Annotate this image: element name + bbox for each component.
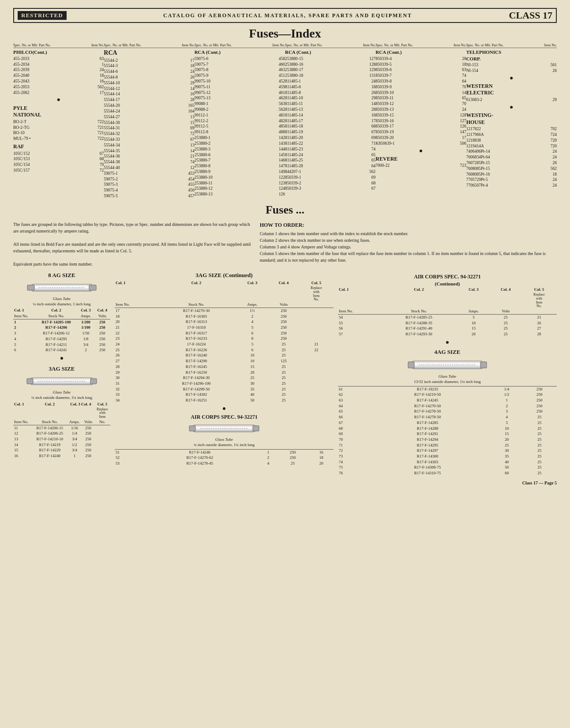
dot-3: ● (466, 74, 557, 82)
header-bar: RESTRICTED CATALOG OF AERONAUTICAL MATER… (13, 8, 557, 23)
how-to-para-3: Columns 3 and 4 show Ampere and Voltage … (260, 244, 557, 250)
header-title: CATALOG OF AERONAUTICAL MATERIALS, SPARE… (67, 12, 509, 19)
fuses-title: Fuses ... (13, 203, 557, 217)
fuses-para-1: The fuses are grouped in the following t… (13, 221, 251, 234)
index-section: Spec. No. or Mfr. Part No. Item No. PHIL… (13, 43, 557, 199)
svg-rect-13 (408, 362, 414, 368)
svg-rect-6 (90, 379, 97, 384)
index-col-2: Spec. No. or Mfr. Part No. Item No. RCA … (104, 43, 194, 199)
mfr-philco: PHILCO(Cont.) (13, 49, 104, 55)
table-8ag: Col. 1 Col. 2 Col. 3 Col. 4 Item No. Sto… (13, 308, 110, 353)
dot-4: ● (466, 103, 557, 111)
size-4ag-desc: 13/32 inch outside diameter, 1¼ inch lon… (338, 379, 557, 384)
fuses-para-2: All items listed in Bold Face are standa… (13, 241, 251, 254)
mfr-rca: RCA (104, 49, 194, 57)
size-ac-desc: ¼ inch outside diameter, 1¼ inch long (115, 443, 334, 447)
svg-rect-2 (89, 285, 96, 290)
page-footer: Class 17 — Page 5 (13, 480, 557, 485)
svg-rect-1 (27, 285, 34, 290)
table-3ag: Col. 1 Col. 2 Col. 3 Col. 4 Col. 5 Repla… (13, 402, 110, 459)
size-right-col: AIR CORPS SPEC. 94-32271 (Continued) Col… (338, 272, 557, 476)
size-8ag-desc: ¼ inch outside diameter, 1 inch long (13, 302, 110, 306)
page: RESTRICTED CATALOG OF AERONAUTICAL MATER… (0, 0, 570, 728)
air-corps-cont-subtitle: (Continued) (338, 281, 557, 286)
how-to-para-4: Column 5 shows the item number of the fu… (260, 250, 557, 263)
fuse-4ag-illustration (338, 357, 557, 373)
mfr-westinghouse: WESTING-HOUSE (466, 112, 557, 126)
table-3ag-cont: Col. 1 Col. 2 Col. 3 Col. 4 Col. 5 Repla… (115, 281, 334, 403)
glass-tube-4ag-label: Glass Tube (338, 374, 557, 379)
size-8ag-title: 8 AG SIZE (13, 272, 110, 279)
dot-air-corps-cont: ● (338, 339, 557, 346)
glass-tube-8ag-label: Glass Tube (13, 296, 110, 301)
mfr-raf-label: RAF 105C/15267 105C/15368 105C/15470 105… (13, 143, 104, 173)
dot-8ag: ● (13, 355, 110, 362)
mfr-rca-cont3: RCA (Cont.) (375, 49, 466, 55)
fuses-desc-right: HOW TO ORDER: Column 1 shows the item nu… (260, 221, 557, 267)
glass-tube-3ag-label: Glass Tube (13, 390, 110, 394)
index-col-4: Spec. No. or Mfr. Part No. Item No. RCA … (285, 43, 375, 199)
fuse-3ag-illustration (13, 374, 110, 389)
size-3ag-cont-title: 3AG SIZE (Continued) (115, 272, 334, 279)
size-8ag-col: 8 AG SIZE (13, 272, 110, 459)
svg-rect-10 (253, 426, 259, 431)
mfr-revere: REVERE (375, 156, 466, 163)
air-corps-cont-title: AIR CORPS SPEC. 94-32271 (338, 274, 557, 280)
air-corps-title: AIR CORPS SPEC. 94-32271 (115, 414, 334, 420)
fuse-air-corps-illustration (115, 421, 334, 436)
mfr-rca-cont2: RCA (Cont.) (285, 49, 375, 55)
page-title: Fuses—Index (13, 26, 557, 41)
glass-tube-ac-label: Glass Tube (115, 437, 334, 442)
svg-rect-5 (27, 379, 33, 384)
sizes-section: 8 AG SIZE (13, 272, 557, 476)
how-to-para-2: Column 2 shows the stock number to use w… (260, 237, 557, 244)
svg-rect-9 (189, 426, 195, 431)
index-col-1: Spec. No. or Mfr. Part No. Item No. PHIL… (13, 43, 104, 199)
table-air-corps-cont: Col. 1 Col. 2 Col. 3 Col. 4 Col. 5 Repla… (338, 287, 557, 337)
fuses-desc-left: The fuses are grouped in the following t… (13, 221, 251, 267)
how-to-para-1: Column 1 shows the item number used with… (260, 230, 557, 237)
size-3ag-cont-col: 3AG SIZE (Continued) Col. 1 Col. 2 Col. … (115, 272, 334, 466)
mfr-telephonics: TELEPHONICSCORP. (466, 49, 557, 62)
fuse-8ag-illustration (13, 281, 110, 296)
table-4ag: 61R17-F-192351/4250 62R17-F-14219-501/22… (338, 386, 557, 476)
svg-rect-14 (480, 362, 487, 368)
how-to-order-title: HOW TO ORDER: (260, 221, 557, 229)
size-3ag-desc: ¼ inch outside diameter, 1¼ inch long (13, 395, 110, 400)
fuses-para-3: Equivalent parts have the same item numb… (13, 261, 251, 267)
mfr-rca-cont1: RCA (Cont.) (195, 49, 285, 55)
class-label: CLASS 17 (509, 10, 552, 21)
size-4ag-title: 4AG SIZE (338, 349, 557, 356)
dot-3ag-cont: ● (115, 405, 334, 412)
table-air-corps: 51R17-F-14246125016 52R17-F-14270-622250… (115, 449, 334, 466)
dot-2: ● (375, 147, 466, 155)
mfr-western: WESTERNELECTRIC (466, 83, 557, 97)
size-3ag-title: 3AG SIZE (13, 365, 110, 372)
restricted-badge: RESTRICTED (18, 11, 67, 20)
index-col-6: Spec. No. or Mfr. Part No. Item No. TELE… (466, 43, 557, 199)
dot-1: ● (13, 96, 104, 104)
index-col-3: Spec. No. or Mfr. Part No. Item No. RCA … (195, 43, 285, 199)
mfr-pyle: PYLENATIONAL (13, 105, 104, 119)
fuses-description: The fuses are grouped in the following t… (13, 221, 557, 267)
index-col-5: Spec. No. or Mfr. Part No. Item No. RCA … (375, 43, 466, 199)
